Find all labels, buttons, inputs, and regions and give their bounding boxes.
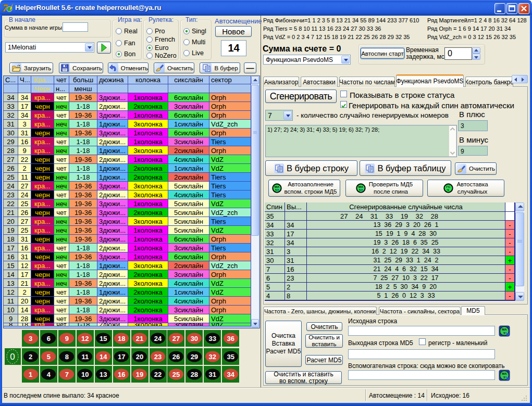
svg-text:0: 0 <box>10 352 15 362</box>
svg-text:МА: МА <box>502 328 507 331</box>
svg-text:5: 5 <box>359 188 361 192</box>
svg-text:МА: МА <box>502 372 507 375</box>
svg-text:5: 5 <box>275 188 277 192</box>
svg-text:Ч: Ч <box>447 188 449 192</box>
svg-text:7: 7 <box>3 3 8 14</box>
